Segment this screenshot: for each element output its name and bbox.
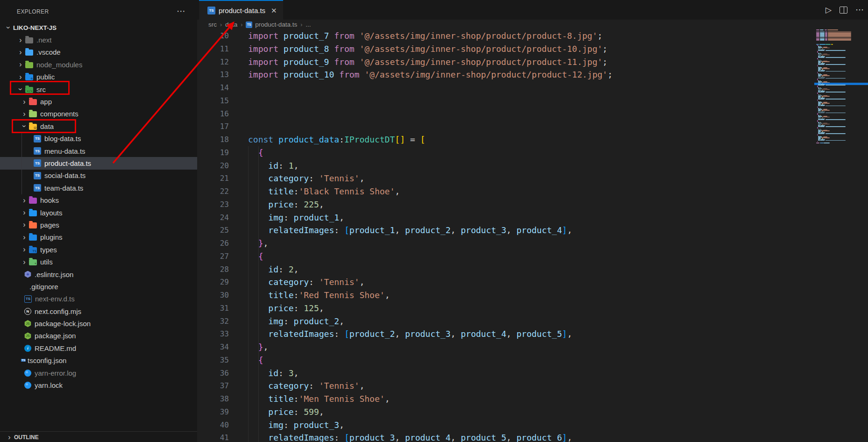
sidebar-folder-layouts[interactable]: ›layouts [0,207,197,219]
run-code-icon[interactable]: ▷ [825,5,832,15]
sidebar-file-package-lock-json[interactable]: JSpackage-lock.json [0,317,197,329]
line-number[interactable]: 26 [197,237,232,250]
code-line-33[interactable]: 33 relatedImages: [product_2, product_3,… [197,328,814,341]
code-line-32[interactable]: 32 img: product_2, [197,315,814,328]
line-content[interactable]: price: 125, [232,302,324,315]
code-line-25[interactable]: 25 relatedImages: [product_1, product_2,… [197,224,814,237]
line-content[interactable]: relatedImages: [product_3, product_4, pr… [232,431,572,442]
outline-section-header[interactable]: › OUTLINE [0,431,197,442]
code-line-11[interactable]: 11import product_8 from '@/assets/img/in… [197,43,814,56]
code-line-34[interactable]: 34 }, [197,341,814,354]
code-line-23[interactable]: 23 price: 225, [197,198,814,211]
line-number[interactable]: 14 [197,81,232,94]
sidebar-file--eslintrc-json[interactable]: ◆.eslintrc.json [0,268,197,280]
sidebar-folder-utils[interactable]: ›+utils [0,256,197,268]
sidebar-file-blog-data-ts[interactable]: TSblog-data.ts [0,133,197,145]
line-number[interactable]: 32 [197,315,232,328]
line-number[interactable]: 16 [197,107,232,121]
sidebar-file-product-data-ts[interactable]: TSproduct-data.ts [0,157,197,169]
line-content[interactable] [232,107,248,121]
sidebar-file--gitignore[interactable]: .gitignore [0,280,197,292]
code-line-35[interactable]: 35 { [197,354,814,367]
code-line-13[interactable]: 13import product_10 from '@/assets/img/i… [197,68,814,81]
line-content[interactable]: }, [232,341,268,354]
sidebar-folder-pages[interactable]: ›pages [0,219,197,231]
code-line-37[interactable]: 37 category: 'Tennis', [197,379,814,392]
line-number[interactable]: 33 [197,328,232,341]
line-content[interactable]: import product_8 from '@/assets/img/inne… [232,43,607,56]
line-number[interactable]: 22 [197,185,232,198]
code-line-12[interactable]: 12import product_9 from '@/assets/img/in… [197,56,814,69]
line-content[interactable]: price: 599, [232,406,324,419]
code-line-39[interactable]: 39 price: 599, [197,406,814,419]
sidebar-file-tsconfig-json[interactable]: tsconfig.json [0,355,197,367]
line-number[interactable]: 12 [197,56,232,69]
line-content[interactable]: import product_9 from '@/assets/img/inne… [232,56,607,69]
sidebar-file-menu-data-ts[interactable]: TSmenu-data.ts [0,145,197,157]
line-number[interactable]: 11 [197,43,232,56]
code-line-19[interactable]: 19 { [197,146,814,159]
sidebar-folder-components[interactable]: ›components [0,108,197,120]
minimap[interactable] [814,20,868,442]
sidebar-file-yarn-lock[interactable]: yarn.lock [0,379,197,391]
line-content[interactable]: title:'Men Tennis Shoe', [232,392,390,406]
code-line-30[interactable]: 30 title:'Red Tennis Shoe', [197,289,814,302]
code-line-14[interactable]: 14 [197,81,814,94]
line-number[interactable]: 15 [197,94,232,107]
sidebar-folder-hooks[interactable]: ›hooks [0,194,197,206]
code-line-36[interactable]: 36 id: 3, [197,367,814,380]
line-content[interactable]: price: 225, [232,198,324,211]
code-line-15[interactable]: 15 [197,94,814,107]
line-number[interactable]: 25 [197,224,232,237]
line-number[interactable]: 35 [197,354,232,367]
code-line-28[interactable]: 28 id: 2, [197,263,814,276]
line-content[interactable]: id: 2, [232,263,299,276]
line-content[interactable]: img: product_1, [232,211,344,224]
line-number[interactable]: 31 [197,302,232,315]
line-number[interactable]: 29 [197,276,232,289]
tab-product-data[interactable]: TS product-data.ts ✕ [199,0,283,20]
code-line-16[interactable]: 16 [197,107,814,121]
code-line-17[interactable]: 17 [197,120,814,133]
sidebar-file-yarn-error-log[interactable]: yarn-error.log [0,367,197,379]
line-number[interactable]: 19 [197,146,232,159]
code-line-29[interactable]: 29 category: 'Tennis', [197,276,814,289]
sidebar-file-readme-md[interactable]: iREADME.md [0,342,197,354]
line-content[interactable]: import product_10 from '@/assets/img/inn… [232,68,612,81]
line-content[interactable]: relatedImages: [product_2, product_3, pr… [232,328,572,341]
sidebar-folder-src[interactable]: ›</>src [0,83,197,95]
sidebar-file-social-data-ts[interactable]: TSsocial-data.ts [0,170,197,182]
close-tab-icon[interactable]: ✕ [271,7,277,14]
line-content[interactable]: relatedImages: [product_1, product_2, pr… [232,224,572,237]
code-line-26[interactable]: 26 }, [197,237,814,250]
explorer-more-actions-icon[interactable]: ⋯ [177,6,185,17]
sidebar-folder-app[interactable]: ›app [0,95,197,107]
line-number[interactable]: 27 [197,250,232,263]
breadcrumb-item-product-data-ts[interactable]: product-data.ts [255,21,297,28]
line-number[interactable]: 23 [197,198,232,211]
line-content[interactable]: id: 1, [232,159,299,172]
line-content[interactable]: category: 'Tennis', [232,172,364,185]
code-editor[interactable]: 10import product_7 from '@/assets/img/in… [197,29,814,442]
code-line-18[interactable]: 18const product_data:IProductDT[] = [ [197,133,814,146]
sidebar-folder-data[interactable]: ›⛁data [0,120,197,132]
line-number[interactable]: 37 [197,379,232,392]
code-line-20[interactable]: 20 id: 1, [197,159,814,172]
line-number[interactable]: 17 [197,120,232,133]
line-content[interactable]: id: 3, [232,367,299,380]
sidebar-folder-liko-next-js[interactable]: ›LIKO-NEXT-JS [0,21,197,34]
line-number[interactable]: 41 [197,431,232,442]
line-number[interactable]: 36 [197,367,232,380]
line-number[interactable]: 34 [197,341,232,354]
line-number[interactable]: 24 [197,211,232,224]
split-editor-icon[interactable] [840,7,847,14]
sidebar-folder--vscode[interactable]: ›.vscode [0,46,197,58]
sidebar-file-next-env-d-ts[interactable]: TSnext-env.d.ts [0,293,197,305]
sidebar-folder-node-modules[interactable]: ›node_modules [0,58,197,71]
line-content[interactable]: title:'Red Tennis Shoe', [232,289,390,302]
line-content[interactable]: category: 'Tennis', [232,379,364,392]
sidebar-folder-types[interactable]: ›TStypes [0,243,197,256]
breadcrumb-item-src[interactable]: src [208,21,217,28]
line-content[interactable]: title:'Black Tennis Shoe', [232,185,400,198]
line-content[interactable]: const product_data:IProductDT[] = [ [232,133,425,146]
